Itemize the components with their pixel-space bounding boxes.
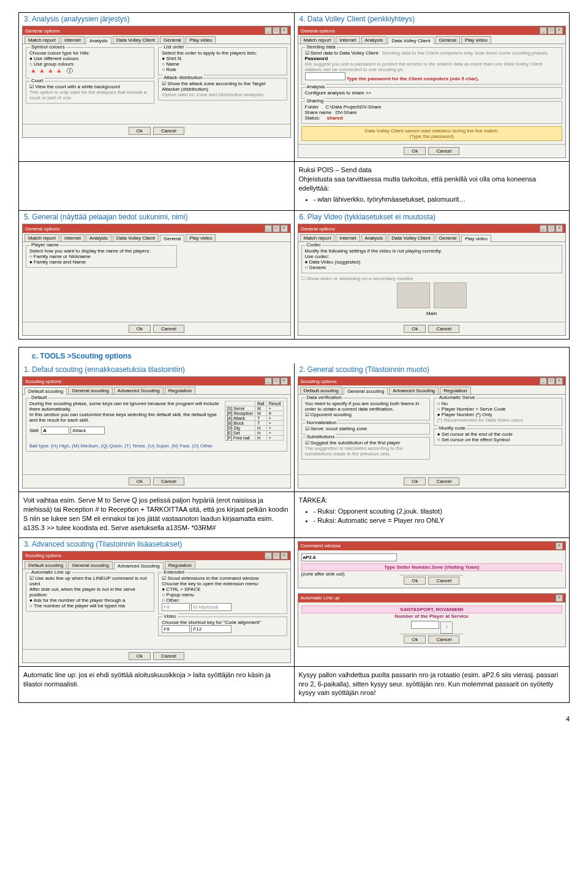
g: Sharing xyxy=(306,98,325,104)
ck[interactable]: Use auto line up when the LINEUP command… xyxy=(29,575,151,587)
cancel-button[interactable]: Cancel xyxy=(153,477,184,485)
r[interactable]: Ask for the number of the player through… xyxy=(29,598,151,603)
tab[interactable]: Regulation xyxy=(440,387,470,394)
tab[interactable]: Default scouting xyxy=(24,387,67,395)
tab[interactable]: Analysis xyxy=(361,36,387,44)
r[interactable]: Role xyxy=(162,67,283,72)
r[interactable]: Player Number + Serve Code xyxy=(437,406,559,412)
tab[interactable]: General scouting xyxy=(344,387,388,395)
ok-button[interactable]: Ok xyxy=(129,652,151,660)
r[interactable]: CTRL + SPACE xyxy=(162,587,283,592)
ck[interactable]: Opponent scouting xyxy=(305,412,426,417)
tab[interactable]: Analysis xyxy=(86,234,111,241)
tab[interactable]: Internet xyxy=(336,36,360,44)
r[interactable]: Family name or Nickname xyxy=(29,254,173,259)
winbtns[interactable]: _□× xyxy=(540,378,563,385)
tab[interactable]: Internet xyxy=(61,234,85,241)
tab[interactable]: General xyxy=(435,234,460,241)
tab[interactable]: Play video xyxy=(461,235,491,242)
tab[interactable]: Data Volley Client xyxy=(113,36,159,44)
cancel-button[interactable]: Cancel xyxy=(428,325,459,333)
tab[interactable]: Advanced Scouting xyxy=(114,387,164,394)
tab[interactable]: General scouting xyxy=(68,561,112,569)
tab[interactable]: Match report xyxy=(24,36,59,44)
tab[interactable]: Match report xyxy=(24,234,59,241)
tab[interactable]: Regulation xyxy=(165,561,195,569)
ok-button[interactable]: Ok xyxy=(404,477,426,485)
tab[interactable]: General xyxy=(160,36,184,44)
winbtns[interactable]: _□× xyxy=(540,225,563,232)
r[interactable]: Use different colours xyxy=(29,56,151,61)
tab[interactable]: Data Volley Client xyxy=(113,234,159,241)
ck[interactable]: Show the attack zone according to the Ta… xyxy=(162,81,283,92)
tab[interactable]: Internet xyxy=(61,36,85,44)
tab[interactable]: Analysis xyxy=(86,37,111,44)
tab[interactable]: Match report xyxy=(300,234,335,241)
cancel-button[interactable]: Cancel xyxy=(428,147,459,155)
tab[interactable]: Play video xyxy=(461,36,491,44)
r[interactable]: Use group colours xyxy=(29,61,151,67)
winbtns[interactable]: _□× xyxy=(265,27,288,34)
tab[interactable]: Data Volley Client xyxy=(388,37,434,44)
cancel-button[interactable]: Cancel xyxy=(153,652,184,660)
ok-button[interactable]: Ok xyxy=(404,147,426,155)
ok-button[interactable]: Ok xyxy=(404,636,426,644)
ck[interactable]: View the court with a white background xyxy=(29,84,151,89)
ck[interactable]: Send data to Data Volley Client xyxy=(305,50,379,56)
ok-button[interactable]: Ok xyxy=(404,325,426,333)
pwd-input[interactable] xyxy=(305,72,345,80)
tab[interactable]: Default scouting xyxy=(300,387,342,394)
cancel-button[interactable]: Cancel xyxy=(428,577,459,585)
tab[interactable]: Analysis xyxy=(361,234,387,241)
sel[interactable]: Attack xyxy=(70,427,105,435)
r[interactable]: Set cursor at the end of the code xyxy=(437,431,559,437)
r[interactable]: Shirt N. xyxy=(162,56,283,61)
tab[interactable]: Data Volley Client xyxy=(388,234,434,241)
num-input[interactable] xyxy=(411,621,439,629)
r[interactable]: Name xyxy=(162,61,283,67)
tab[interactable]: Regulation xyxy=(165,387,195,394)
tab[interactable]: General xyxy=(160,235,184,242)
lnk[interactable]: Configure analysis to share >> xyxy=(305,90,372,96)
winbtns[interactable]: _□× xyxy=(540,27,563,34)
r[interactable]: No xyxy=(437,401,559,406)
tab[interactable]: Advanced Scouting xyxy=(389,387,439,394)
f12[interactable]: F12 xyxy=(191,625,232,633)
ok-button[interactable]: Ok xyxy=(129,325,151,333)
r[interactable]: Data Video (suggested) xyxy=(305,259,559,265)
tab[interactable]: Default scouting xyxy=(24,561,67,569)
r[interactable]: Generic xyxy=(305,265,559,270)
r[interactable]: Other: xyxy=(162,598,283,603)
t: General options xyxy=(25,28,59,34)
ck[interactable]: Suggest the substitution of the first pl… xyxy=(305,440,426,446)
winbtns[interactable]: _□× xyxy=(265,225,288,232)
ck[interactable]: Serve: scout starting zone xyxy=(305,426,426,431)
tab[interactable]: General xyxy=(435,36,460,44)
r[interactable]: Player Number (*) Only xyxy=(437,412,559,417)
tab[interactable]: General scouting xyxy=(68,387,112,394)
r[interactable]: Popup menu xyxy=(162,592,283,598)
winbtns[interactable]: _□× xyxy=(265,552,288,560)
ck[interactable]: Scout extensions in the command window xyxy=(162,575,283,581)
cancel-button[interactable]: Cancel xyxy=(428,636,459,644)
tab[interactable]: Play video xyxy=(186,36,216,44)
r[interactable]: The number of the player will be typed m… xyxy=(29,603,151,609)
tab[interactable]: Advanced Scouting xyxy=(114,562,164,569)
ok-button[interactable]: Ok xyxy=(129,477,151,485)
cancel-button[interactable]: Cancel xyxy=(153,127,184,135)
r[interactable]: Set cursor on the effect Symbol xyxy=(437,437,559,442)
tab[interactable]: Match report xyxy=(300,36,335,44)
ok-button[interactable]: Ok xyxy=(404,577,426,585)
r[interactable]: Family name and Name xyxy=(29,259,173,265)
winbtns[interactable]: _□× xyxy=(265,378,288,385)
g: Sending data xyxy=(306,44,337,50)
lbl: Modify the following settings if the vid… xyxy=(305,248,559,254)
cancel-button[interactable]: Cancel xyxy=(153,325,184,333)
tab[interactable]: Internet xyxy=(336,234,360,241)
tab[interactable]: Play video xyxy=(186,234,216,241)
winbtns[interactable]: × xyxy=(556,594,563,602)
winbtns[interactable]: × xyxy=(556,542,563,550)
ok-button[interactable]: Ok xyxy=(129,127,151,135)
cmd-input[interactable]: aP2.6 xyxy=(301,553,397,561)
cancel-button[interactable]: Cancel xyxy=(428,477,459,485)
